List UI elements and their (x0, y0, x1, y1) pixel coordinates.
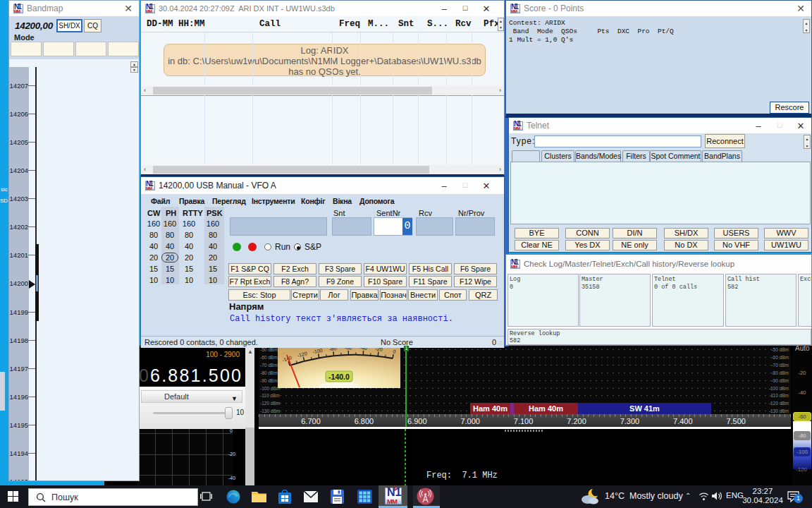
svg-text:-140.0: -140.0 (328, 373, 350, 381)
